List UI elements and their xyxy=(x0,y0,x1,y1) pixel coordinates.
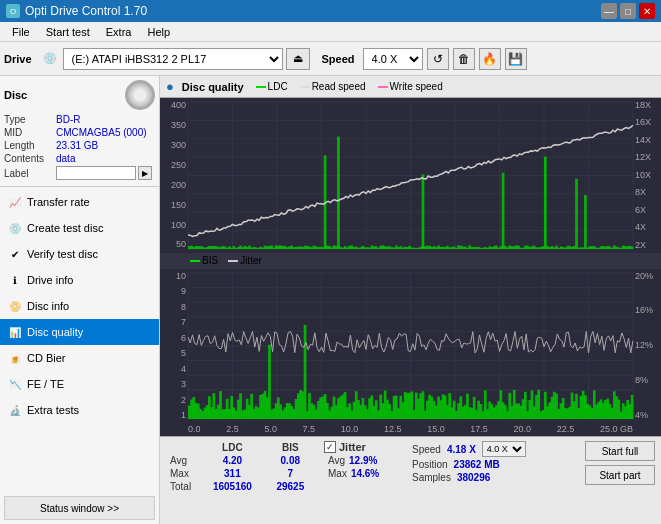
content-area: ● Disc quality LDC Read speed Write spee… xyxy=(160,76,661,524)
upper-y-axis-right: 18X 16X 14X 12X 10X 8X 6X 4X 2X xyxy=(633,98,661,252)
burn-button[interactable]: 🔥 xyxy=(479,48,501,70)
jitter-checkbox[interactable]: ✓ xyxy=(324,441,336,453)
maximize-button[interactable]: □ xyxy=(620,3,636,19)
samples-value: 380296 xyxy=(457,472,490,483)
write-speed-legend-label: Write speed xyxy=(390,81,443,92)
label-input[interactable] xyxy=(56,166,136,180)
legend-write-speed: Write speed xyxy=(378,81,443,92)
sidebar-item-disc-quality[interactable]: 📊 Disc quality xyxy=(0,319,159,345)
position-value: 23862 MB xyxy=(454,459,500,470)
jitter-section: ✓ Jitter Avg 12.9% Max 14.6% xyxy=(324,441,404,479)
disc-quality-title: Disc quality xyxy=(182,81,244,93)
upper-chart: 400 350 300 250 200 150 100 50 18X 16X 1… xyxy=(160,98,661,253)
sidebar-nav: 📈 Transfer rate 💿 Create test disc ✔ Ver… xyxy=(0,187,159,492)
jitter-label: Jitter xyxy=(339,441,366,453)
sidebar-item-transfer-rate[interactable]: 📈 Transfer rate xyxy=(0,189,159,215)
max-label: Max xyxy=(166,467,200,480)
refresh-button[interactable]: ↺ xyxy=(427,48,449,70)
sidebar-item-extra-tests[interactable]: 🔬 Extra tests xyxy=(0,397,159,423)
mid-value: CMCMAGBA5 (000) xyxy=(56,127,147,138)
charts-container: 400 350 300 250 200 150 100 50 18X 16X 1… xyxy=(160,98,661,436)
contents-label: Contents xyxy=(4,153,56,164)
menu-file[interactable]: File xyxy=(4,24,38,40)
save-button[interactable]: 💾 xyxy=(505,48,527,70)
status-window-button[interactable]: Status window >> xyxy=(4,496,155,520)
lower-chart: 10 9 8 7 6 5 4 3 2 1 20% 16% 12% 8% xyxy=(160,269,661,423)
disc-info-label: Disc info xyxy=(27,300,69,312)
legend-bis: BIS xyxy=(190,255,218,266)
lower-chart-canvas xyxy=(160,269,661,423)
transfer-rate-label: Transfer rate xyxy=(27,196,90,208)
speed-row: Speed 4.18 X 4.0 X xyxy=(412,441,532,457)
menu-help[interactable]: Help xyxy=(139,24,178,40)
disc-quality-icon: 📊 xyxy=(8,325,22,339)
extra-tests-icon: 🔬 xyxy=(8,403,22,417)
disc-section: Disc Type BD-R MID CMCMAGBA5 (000) Lengt… xyxy=(0,76,159,187)
total-bis: 29625 xyxy=(265,480,316,493)
drive-info-icon: ℹ xyxy=(8,273,22,287)
length-value: 23.31 GB xyxy=(56,140,98,151)
legend-read-speed: Read speed xyxy=(300,81,366,92)
titlebar: O Opti Drive Control 1.70 — □ ✕ xyxy=(0,0,661,22)
speed-label: Speed xyxy=(322,53,355,65)
type-label: Type xyxy=(4,114,56,125)
drive-info-label: Drive info xyxy=(27,274,73,286)
bis-legend-color xyxy=(190,260,200,262)
start-part-button[interactable]: Start part xyxy=(585,465,655,485)
lower-chart-legend: BIS Jitter xyxy=(160,253,661,269)
cd-bier-icon: 🍺 xyxy=(8,351,22,365)
stats-bar: LDC BIS Avg 4.20 0.08 Max 311 7 Total 16… xyxy=(160,436,661,524)
app-title: Opti Drive Control 1.70 xyxy=(25,4,147,18)
speed-position-section: Speed 4.18 X 4.0 X Position 23862 MB Sam… xyxy=(412,441,532,483)
bis-col-header: BIS xyxy=(265,441,316,454)
jitter-max-row: Max 14.6% xyxy=(324,468,404,479)
sidebar-item-verify-test-disc[interactable]: ✔ Verify test disc xyxy=(0,241,159,267)
drive-select[interactable]: (E:) ATAPI iHBS312 2 PL17 xyxy=(63,48,283,70)
create-test-disc-label: Create test disc xyxy=(27,222,103,234)
max-bis: 7 xyxy=(265,467,316,480)
jitter-legend-label: Jitter xyxy=(240,255,262,266)
ldc-legend-label: LDC xyxy=(268,81,288,92)
sidebar-item-drive-info[interactable]: ℹ Drive info xyxy=(0,267,159,293)
speed-stat-value: 4.18 X xyxy=(447,444,476,455)
read-speed-legend-color xyxy=(300,86,310,88)
sidebar-item-cd-bier[interactable]: 🍺 CD Bier xyxy=(0,345,159,371)
max-ldc: 311 xyxy=(200,467,264,480)
menu-extra[interactable]: Extra xyxy=(98,24,140,40)
disc-erase-button[interactable]: 🗑 xyxy=(453,48,475,70)
lower-y-axis-left: 10 9 8 7 6 5 4 3 2 1 xyxy=(160,269,188,423)
upper-chart-canvas xyxy=(160,98,661,253)
start-full-button[interactable]: Start full xyxy=(585,441,655,461)
create-test-disc-icon: 💿 xyxy=(8,221,22,235)
speed-stat-select[interactable]: 4.0 X xyxy=(482,441,526,457)
avg-label: Avg xyxy=(166,454,200,467)
menu-start-test[interactable]: Start test xyxy=(38,24,98,40)
sidebar-item-fe-te[interactable]: 📉 FE / TE xyxy=(0,371,159,397)
disc-quality-label: Disc quality xyxy=(27,326,83,338)
app-icon: O xyxy=(6,4,20,18)
toolbar: Drive 💿 (E:) ATAPI iHBS312 2 PL17 ⏏ Spee… xyxy=(0,42,661,76)
main-layout: Disc Type BD-R MID CMCMAGBA5 (000) Lengt… xyxy=(0,76,661,524)
eject-button[interactable]: ⏏ xyxy=(286,48,310,70)
disc-section-title: Disc xyxy=(4,89,27,101)
extra-tests-label: Extra tests xyxy=(27,404,79,416)
label-label: Label xyxy=(4,168,56,179)
disc-quality-header: ● Disc quality LDC Read speed Write spee… xyxy=(160,76,661,98)
lower-y-axis-right: 20% 16% 12% 8% 4% xyxy=(633,269,661,423)
upper-y-axis-left: 400 350 300 250 200 150 100 50 xyxy=(160,98,188,252)
speed-select[interactable]: 4.0 X xyxy=(363,48,423,70)
disc-fields: Type BD-R MID CMCMAGBA5 (000) Length 23.… xyxy=(4,114,155,180)
contents-value: data xyxy=(56,153,75,164)
label-button[interactable]: ▶ xyxy=(138,166,152,180)
ldc-legend-color xyxy=(256,86,266,88)
sidebar-item-disc-info[interactable]: 📀 Disc info xyxy=(0,293,159,319)
close-button[interactable]: ✕ xyxy=(639,3,655,19)
length-label: Length xyxy=(4,140,56,151)
start-buttons: Start full Start part xyxy=(585,441,655,485)
legend-jitter: Jitter xyxy=(228,255,262,266)
sidebar-item-create-test-disc[interactable]: 💿 Create test disc xyxy=(0,215,159,241)
total-ldc: 1605160 xyxy=(200,480,264,493)
samples-label: Samples xyxy=(412,472,451,483)
minimize-button[interactable]: — xyxy=(601,3,617,19)
verify-test-disc-label: Verify test disc xyxy=(27,248,98,260)
